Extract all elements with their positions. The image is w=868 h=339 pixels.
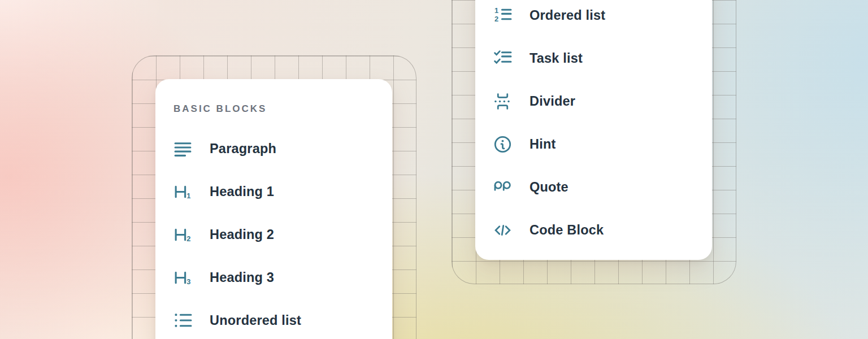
menu-item-quote[interactable]: Quote [493, 166, 694, 208]
menu-item-label: Heading 1 [210, 184, 274, 199]
menu-item-heading-3[interactable]: 3Heading 3 [173, 256, 374, 299]
unordered-list-icon [173, 311, 192, 330]
menu-item-label: Quote [530, 180, 568, 195]
svg-text:1: 1 [494, 6, 498, 15]
menu-item-label: Unordered list [210, 313, 301, 328]
menu-item-label: Task list [530, 51, 583, 66]
insert-blocks-menu: 12Ordered listTask listDividerHintQuoteC… [493, 0, 694, 251]
section-label-basic-blocks: BASIC BLOCKS [173, 99, 374, 119]
insert-blocks-menu-card: 12Ordered listTask listDividerHintQuoteC… [475, 0, 712, 260]
menu-item-label: Code Block [530, 223, 604, 238]
hint-icon [493, 135, 512, 154]
divider-icon [493, 92, 512, 111]
ordered-list-icon: 12 [493, 6, 512, 25]
menu-item-heading-1[interactable]: 1Heading 1 [173, 170, 374, 213]
menu-item-label: Paragraph [210, 141, 276, 157]
paragraph-icon [173, 140, 192, 158]
svg-text:2: 2 [494, 14, 498, 23]
menu-item-label: Hint [530, 137, 555, 152]
menu-item-task-list[interactable]: Task list [493, 37, 694, 80]
basic-blocks-menu-card: BASIC BLOCKS Paragraph1Heading 12Heading… [155, 79, 392, 339]
task-list-icon [493, 49, 512, 68]
menu-item-paragraph[interactable]: Paragraph [173, 127, 374, 170]
menu-item-divider[interactable]: Divider [493, 80, 694, 123]
svg-text:2: 2 [186, 234, 190, 242]
svg-text:1: 1 [186, 191, 190, 199]
menu-item-label: Heading 3 [210, 270, 274, 285]
heading-1-icon: 1 [173, 182, 192, 201]
heading-2-icon: 2 [173, 225, 192, 244]
menu-item-label: Divider [530, 94, 575, 109]
svg-text:3: 3 [186, 277, 190, 285]
menu-item-label: Ordered list [530, 8, 605, 23]
menu-item-hint[interactable]: Hint [493, 123, 694, 166]
menu-item-label: Heading 2 [210, 227, 274, 242]
menu-item-unordered-list[interactable]: Unordered list [173, 299, 374, 339]
menu-item-code-block[interactable]: Code Block [493, 208, 694, 251]
quote-icon [493, 178, 512, 197]
basic-blocks-menu: Paragraph1Heading 12Heading 23Heading 3U… [173, 127, 374, 339]
menu-item-heading-2[interactable]: 2Heading 2 [173, 213, 374, 256]
menu-item-ordered-list[interactable]: 12Ordered list [493, 0, 694, 37]
heading-3-icon: 3 [173, 268, 192, 287]
code-block-icon [493, 221, 512, 240]
